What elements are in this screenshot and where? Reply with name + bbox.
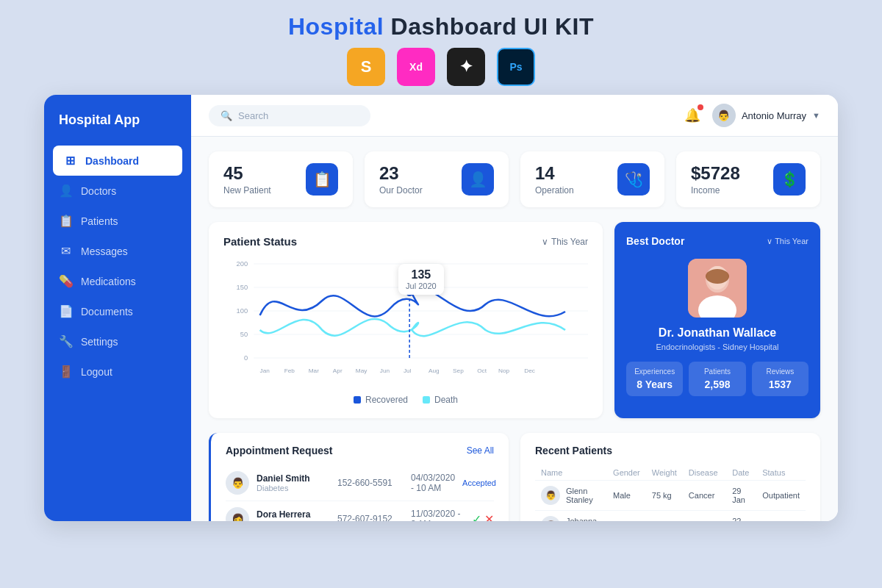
sidebar-item-messages[interactable]: ✉ Messages xyxy=(44,236,191,266)
doctor-stat-patients: Patients 2,598 xyxy=(689,362,745,396)
search-bar[interactable]: 🔍 Search xyxy=(209,105,370,126)
col-gender: Gender xyxy=(607,465,646,481)
apt-disease: Flu xyxy=(257,520,330,521)
two-col-section: Patient Status ∨ This Year 135 Jul 2020 xyxy=(209,222,820,418)
apt-info: Dora Herrera Flu xyxy=(257,509,330,521)
col-disease: Disease xyxy=(683,465,726,481)
sidebar-label-documents: Documents xyxy=(81,306,133,318)
figma-icon: ✦ xyxy=(447,48,485,86)
svg-text:Jun: Jun xyxy=(380,368,390,374)
svg-text:Oct: Oct xyxy=(477,368,487,374)
stat-value-income: $5728 xyxy=(691,163,740,184)
sidebar-item-logout[interactable]: 🚪 Logout xyxy=(44,356,191,387)
tooltip-date: Jul 2020 xyxy=(406,282,437,290)
apt-phone: 572-607-9152 xyxy=(337,514,404,521)
sidebar-label-messages: Messages xyxy=(81,245,128,257)
doctor-name: Dr. Jonathan Wallace xyxy=(626,326,808,340)
sketch-icon: S xyxy=(347,48,385,86)
bottom-two-col: Appointment Request See All 👨 Daniel Smi… xyxy=(209,433,820,521)
col-date: Date xyxy=(726,465,756,481)
best-doctor-filter[interactable]: ∨ This Year xyxy=(767,237,808,246)
see-all-button[interactable]: See All xyxy=(467,445,494,456)
status-accepted: Accepted xyxy=(462,478,496,487)
svg-text:Apr: Apr xyxy=(333,368,343,374)
stat-card-patients: 45 New Patient 📋 xyxy=(209,151,353,207)
apt-date: 04/03/2020 - 10 AM xyxy=(411,473,455,493)
sidebar-item-settings[interactable]: 🔧 Settings xyxy=(44,326,191,356)
best-doctor-title: Best Doctor xyxy=(626,235,684,247)
doctor-avatar-svg xyxy=(688,259,747,318)
pt-status: Outpatient xyxy=(756,481,806,511)
stat-card-income: $5728 Income 💲 xyxy=(676,151,820,207)
pt-date: 22 Jan xyxy=(726,511,756,522)
svg-text:Jan: Jan xyxy=(260,368,270,374)
recent-patients-title: Recent Patients xyxy=(535,445,612,456)
pt-gender: Female xyxy=(607,511,646,522)
legend-death-label: Death xyxy=(434,395,458,405)
user-name: Antonio Murray xyxy=(742,110,806,121)
pt-disease: Cancer xyxy=(683,481,726,511)
x-icon[interactable]: ✕ xyxy=(484,512,494,522)
stat-value-doctor: 23 xyxy=(379,163,423,184)
banner-title: Hospital Dashboard UI KIT xyxy=(0,13,882,40)
doctor-patients-value: 2,598 xyxy=(693,379,741,390)
apt-status: Accepted xyxy=(462,478,496,488)
svg-text:Dec: Dec xyxy=(524,368,535,374)
pt-weight: 75 kg xyxy=(646,481,683,511)
appointment-row: 👨 Daniel Smith Diabetes 152-660-5591 04/… xyxy=(226,465,494,501)
table-row: 👩 Johanna Blake Female 54 kg Diabetes 22… xyxy=(535,511,806,522)
recovered-dot xyxy=(354,396,361,404)
sidebar-label-logout: Logout xyxy=(81,366,112,378)
chart-header: Patient Status ∨ This Year xyxy=(223,235,588,248)
avatar: 👨 xyxy=(712,104,736,127)
svg-text:150: 150 xyxy=(237,284,248,291)
status-icons[interactable]: ✓ ✕ xyxy=(472,512,494,522)
sidebar-label-medications: Medications xyxy=(81,276,136,287)
pt-status: Recover xyxy=(756,511,806,522)
patients-header: Recent Patients xyxy=(535,445,806,456)
reviews-label: Reviews xyxy=(756,368,804,376)
sidebar-label-dashboard: Dashboard xyxy=(85,155,139,167)
sidebar-item-dashboard[interactable]: ⊞ Dashboard xyxy=(53,146,182,176)
svg-text:200: 200 xyxy=(237,260,248,268)
medications-icon: 💊 xyxy=(59,274,72,288)
chevron-down-icon: ▼ xyxy=(812,111,820,120)
chart-filter[interactable]: ∨ This Year xyxy=(542,237,588,247)
messages-icon: ✉ xyxy=(59,244,72,258)
doctor-stat-experience: Experiences 8 Years xyxy=(626,362,683,396)
legend-death: Death xyxy=(423,395,458,405)
svg-text:Mar: Mar xyxy=(309,368,320,374)
sidebar-label-settings: Settings xyxy=(81,336,118,348)
sidebar-item-medications[interactable]: 💊 Medications xyxy=(44,266,191,296)
death-dot xyxy=(423,396,430,404)
patients-table: Name Gender Weight Disease Date Status xyxy=(535,465,806,521)
new-patient-icon-box: 📋 xyxy=(306,163,338,196)
notification-bell[interactable]: 🔔 xyxy=(684,107,700,123)
user-info[interactable]: 👨 Antonio Murray ▼ xyxy=(712,104,820,127)
sidebar: Hospital App ⊞ Dashboard 👤 Doctors 📋 Pat… xyxy=(44,95,191,521)
pt-date: 29 Jan xyxy=(726,481,756,511)
legend-recovered-label: Recovered xyxy=(365,395,408,405)
main-content: 🔍 Search 🔔 👨 Antonio Murray ▼ xyxy=(191,95,838,521)
svg-text:50: 50 xyxy=(240,331,248,338)
pt-gender: Male xyxy=(607,481,646,511)
search-icon: 🔍 xyxy=(220,110,232,121)
tool-icons-row: S Xd ✦ Ps xyxy=(0,48,882,86)
sidebar-item-documents[interactable]: 📄 Documents xyxy=(44,296,191,326)
apt-status: ✓ ✕ xyxy=(472,512,494,522)
svg-text:May: May xyxy=(356,368,368,374)
svg-point-28 xyxy=(706,269,729,284)
banner-title-blue: Hospital xyxy=(288,13,384,40)
stat-label-patients: New Patient xyxy=(223,185,271,196)
sidebar-item-patients[interactable]: 📋 Patients xyxy=(44,206,191,236)
patients-tbody: 👨 Glenn Stanley Male 75 kg Cancer 29 Jan… xyxy=(535,481,806,522)
check-icon[interactable]: ✓ xyxy=(472,512,481,522)
ps-icon: Ps xyxy=(497,48,535,86)
apt-name: Daniel Smith xyxy=(257,473,330,484)
doctor-stat-reviews: Reviews 1537 xyxy=(752,362,808,396)
settings-icon: 🔧 xyxy=(59,334,72,348)
stat-label-income: Income xyxy=(691,185,740,196)
stat-value-operation: 14 xyxy=(535,163,574,184)
app-container: Hospital App ⊞ Dashboard 👤 Doctors 📋 Pat… xyxy=(44,95,838,521)
sidebar-item-doctors[interactable]: 👤 Doctors xyxy=(44,176,191,206)
